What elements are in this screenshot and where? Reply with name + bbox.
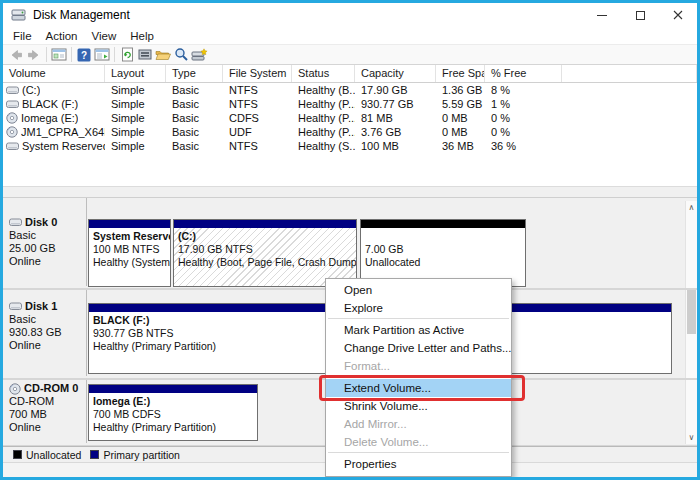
context-menu-item-mark-partition-as-active[interactable]: Mark Partition as Active bbox=[326, 321, 511, 339]
menubar-item-action[interactable]: Action bbox=[39, 29, 85, 43]
refresh-button[interactable] bbox=[118, 46, 136, 64]
rescan-disks-button[interactable] bbox=[136, 46, 154, 64]
open-folder-button[interactable] bbox=[154, 46, 172, 64]
disk-name-text: CD-ROM 0 bbox=[24, 382, 78, 395]
column-header-type[interactable]: Type bbox=[166, 65, 223, 82]
partition-type-strip bbox=[89, 220, 170, 228]
partition-title: System Reserve bbox=[93, 230, 166, 243]
disk-label-disk-1[interactable]: Disk 1Basic930.83 GBOnline bbox=[3, 290, 87, 376]
context-menu-item-open[interactable]: Open bbox=[326, 281, 511, 299]
context-menu-item-add-mirror: Add Mirror... bbox=[326, 415, 511, 433]
table-cell: 3.76 GB bbox=[355, 126, 436, 138]
back-button[interactable] bbox=[7, 46, 25, 64]
table-row[interactable]: JM1_CPRA_X64FR...SimpleBasicUDFHealthy (… bbox=[3, 125, 697, 139]
table-cell: Simple bbox=[105, 112, 166, 124]
legend-swatch bbox=[90, 450, 99, 459]
table-cell: Simple bbox=[105, 126, 166, 138]
table-cell: NTFS bbox=[223, 140, 292, 152]
show-console-tree-button[interactable] bbox=[50, 46, 68, 64]
legend-label: Unallocated bbox=[26, 449, 81, 461]
forward-button[interactable] bbox=[25, 46, 43, 64]
column-header-status[interactable]: Status bbox=[292, 65, 355, 82]
partition-unallocated[interactable]: 7.00 GBUnallocated bbox=[360, 219, 526, 287]
context-menu-item-format: Format... bbox=[326, 357, 511, 375]
table-cell: 36 MB bbox=[436, 140, 485, 152]
volume-list-header: VolumeLayoutTypeFile SystemStatusCapacit… bbox=[3, 65, 697, 83]
cd-icon bbox=[6, 112, 18, 124]
table-row[interactable]: (C:)SimpleBasicNTFSHealthy (B...17.90 GB… bbox=[3, 83, 697, 97]
disk-row-disk-0: Disk 0Basic25.00 GBOnlineSystem Reserve1… bbox=[0, 198, 700, 290]
column-header-free-spa[interactable]: Free Spa... bbox=[436, 65, 485, 82]
rescan-disks-icon bbox=[138, 48, 153, 61]
partition-size-line: 700 MB CDFS bbox=[93, 408, 253, 421]
table-cell: 0 MB bbox=[436, 112, 485, 124]
partition-iomega-e[interactable]: Iomega (E:)700 MB CDFSHealthy (Primary P… bbox=[88, 384, 258, 441]
partition-info: System Reserve100 MB NTFSHealthy (System… bbox=[89, 228, 170, 286]
partition-status-line: Healthy (Primary Partition) bbox=[93, 421, 253, 434]
partition-system-reserve[interactable]: System Reserve100 MB NTFSHealthy (System… bbox=[88, 219, 171, 287]
toolbar: ? bbox=[3, 44, 697, 65]
table-cell: Healthy (P... bbox=[292, 126, 355, 138]
legend-item-primary-partition: Primary partition bbox=[90, 449, 179, 461]
context-menu-item-change-drive-letter-and-paths[interactable]: Change Drive Letter and Paths... bbox=[326, 339, 511, 357]
partition-c[interactable]: (C:)17.90 GB NTFSHealthy (Boot, Page Fil… bbox=[173, 219, 357, 287]
table-cell: NTFS bbox=[223, 98, 292, 110]
column-header-volume[interactable]: Volume bbox=[3, 65, 105, 82]
table-cell: 8 % bbox=[485, 84, 562, 96]
partition-size-line: 17.90 GB NTFS bbox=[178, 243, 352, 256]
table-row[interactable]: BLACK (F:)SimpleBasicNTFSHealthy (P...93… bbox=[3, 97, 697, 111]
disk-name-text: Disk 0 bbox=[25, 216, 57, 229]
table-cell: Simple bbox=[105, 84, 166, 96]
table-cell: Healthy (P... bbox=[292, 98, 355, 110]
disk-properties-button[interactable] bbox=[190, 46, 208, 64]
window-title: Disk Management bbox=[33, 8, 130, 22]
find-button[interactable] bbox=[172, 46, 190, 64]
table-cell: CDFS bbox=[223, 112, 292, 124]
context-menu-item-extend-volume[interactable]: Extend Volume... bbox=[326, 379, 511, 397]
table-cell: Healthy (B... bbox=[292, 84, 355, 96]
maximize-icon bbox=[636, 11, 645, 20]
column-header-filler[interactable] bbox=[562, 65, 697, 82]
help-button[interactable]: ? bbox=[75, 46, 93, 64]
disk-properties-icon bbox=[191, 48, 208, 62]
context-menu-item-shrink-volume[interactable]: Shrink Volume... bbox=[326, 397, 511, 415]
close-icon bbox=[673, 10, 683, 20]
open-folder-icon bbox=[155, 48, 171, 61]
volume-name-cell: JM1_CPRA_X64FR... bbox=[3, 126, 105, 138]
drive-icon bbox=[6, 142, 19, 151]
table-cell: 81 MB bbox=[355, 112, 436, 124]
disk-label-line: Basic bbox=[9, 313, 86, 326]
table-row[interactable]: Iomega (E:)SimpleBasicCDFSHealthy (P...8… bbox=[3, 111, 697, 125]
menu-separator bbox=[326, 451, 511, 455]
table-cell: 1 % bbox=[485, 98, 562, 110]
disk-label-cd-rom-0[interactable]: CD-ROM 0CD-ROM700 MBOnline bbox=[3, 380, 87, 443]
menubar-item-file[interactable]: File bbox=[6, 29, 39, 43]
table-cell: Basic bbox=[166, 126, 223, 138]
menubar-item-view[interactable]: View bbox=[85, 29, 124, 43]
cd-icon bbox=[9, 383, 21, 395]
disk-label-disk-0[interactable]: Disk 0Basic25.00 GBOnline bbox=[3, 198, 87, 286]
volume-name-cell: Iomega (E:) bbox=[3, 112, 105, 124]
table-cell: 0 % bbox=[485, 112, 562, 124]
minimize-icon bbox=[597, 15, 607, 16]
minimize-button[interactable] bbox=[583, 3, 621, 27]
context-menu-item-explore[interactable]: Explore bbox=[326, 299, 511, 317]
context-menu-item-properties[interactable]: Properties bbox=[326, 455, 511, 473]
maximize-button[interactable] bbox=[621, 3, 659, 27]
pane-splitter[interactable] bbox=[3, 186, 697, 197]
console-window-button[interactable] bbox=[93, 46, 111, 64]
column-header-free[interactable]: % Free bbox=[485, 65, 562, 82]
table-row[interactable]: System ReservedSimpleBasicNTFSHealthy (S… bbox=[3, 139, 697, 153]
menu-separator bbox=[326, 317, 511, 321]
menu-separator bbox=[326, 375, 511, 379]
column-header-layout[interactable]: Layout bbox=[105, 65, 166, 82]
disk-label-line: CD-ROM bbox=[9, 395, 86, 408]
column-header-file-system[interactable]: File System bbox=[223, 65, 292, 82]
legend-label: Primary partition bbox=[103, 449, 179, 461]
column-header-capacity[interactable]: Capacity bbox=[355, 65, 436, 82]
menubar-item-help[interactable]: Help bbox=[123, 29, 161, 43]
disk-label-line: 700 MB bbox=[9, 408, 86, 421]
close-button[interactable] bbox=[659, 3, 697, 27]
toolbar-separator bbox=[114, 47, 115, 62]
table-cell: 17.90 GB bbox=[355, 84, 436, 96]
